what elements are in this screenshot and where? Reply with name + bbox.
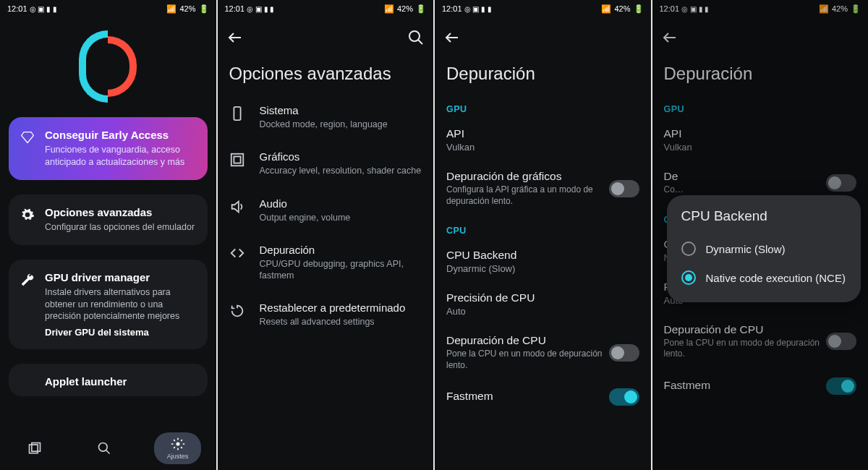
page-title: Opciones avanzadas	[218, 58, 434, 94]
battery-icon: 🔋	[416, 4, 426, 14]
status-indicators: ◎ ▣ ▮ ▮	[247, 5, 274, 13]
battery-icon: 🔋	[199, 4, 209, 14]
app-bar	[218, 17, 434, 58]
card-applet-launcher[interactable]: Applet launcher	[9, 364, 208, 396]
speaker-icon	[229, 199, 245, 215]
svg-point-2	[99, 443, 108, 452]
pref-cpu-precision[interactable]: Precisión de CPUAuto	[435, 283, 651, 325]
svg-rect-10	[231, 154, 243, 166]
section-header-cpu: CPU	[435, 215, 651, 240]
gpu-title: GPU driver manager	[45, 271, 196, 283]
radio-dynarmic[interactable]: Dynarmic (Slow)	[677, 234, 851, 263]
svg-rect-9	[234, 107, 240, 120]
nav-settings[interactable]: Ajustes	[154, 432, 202, 464]
row-title: Audio	[260, 197, 422, 210]
clock-text: 12:01	[442, 4, 462, 13]
section-header-gpu: GPU	[435, 94, 651, 119]
status-bar: 12:01◎ ▣ ▮ ▮ 📶42%🔋	[0, 0, 216, 17]
row-title: Sistema	[260, 104, 422, 116]
card-gpu-driver[interactable]: GPU driver manager Instale drivers alter…	[9, 260, 208, 350]
toggle-switch[interactable]	[609, 388, 639, 406]
gear-icon	[20, 208, 35, 222]
row-audio[interactable]: AudioOutput engine, volume	[218, 187, 434, 234]
row-graficos[interactable]: GráficosAccuracy level, resolution, shad…	[218, 140, 434, 187]
pref-graphics-debug[interactable]: Depuración de gráficosConfigura la API g…	[435, 161, 651, 215]
gpu-strong: Driver GPU del sistema	[45, 327, 196, 338]
nav-search[interactable]	[84, 437, 124, 460]
radio-icon	[681, 242, 696, 256]
pref-value: Auto	[446, 306, 639, 317]
battery-text: 42%	[179, 4, 195, 13]
svg-point-4	[176, 443, 179, 446]
radio-nce[interactable]: Native code execution (NCE)	[677, 263, 851, 292]
svg-line-3	[106, 450, 110, 454]
ea-title: Conseguir Early Access	[45, 129, 196, 141]
back-icon[interactable]	[226, 29, 244, 46]
toggle-switch[interactable]	[609, 344, 639, 362]
row-sistema[interactable]: SistemaDocked mode, region, language	[218, 94, 434, 140]
pref-cpu-debug[interactable]: Depuración de CPUPone la CPU en un modo …	[435, 325, 651, 380]
pref-title: Depuración de gráficos	[446, 170, 609, 183]
pref-api[interactable]: APIVulkan	[435, 119, 651, 161]
back-icon[interactable]	[443, 29, 461, 46]
app-bar	[435, 17, 651, 58]
svg-rect-11	[234, 157, 240, 163]
battery-icon: 🔋	[634, 4, 644, 14]
row-sub: Output engine, volume	[260, 212, 422, 223]
status-indicators: ◎ ▣ ▮ ▮	[464, 5, 492, 13]
row-sub: Resets all advanced settings	[260, 316, 422, 328]
svg-point-7	[409, 31, 420, 41]
radio-label: Dynarmic (Slow)	[706, 243, 786, 255]
pref-fastmem[interactable]: Fastmem	[435, 380, 651, 414]
wrench-icon	[20, 273, 35, 287]
pref-title: CPU Backend	[446, 249, 639, 262]
app-logo	[0, 17, 216, 110]
pref-value: Dynarmic (Slow)	[446, 263, 639, 274]
radio-label: Native code execution (NCE)	[706, 272, 846, 284]
dialog-title: CPU Backend	[677, 208, 851, 224]
row-title: Gráficos	[260, 150, 422, 163]
phone-icon	[229, 106, 245, 121]
restore-icon	[229, 303, 245, 319]
row-sub: Docked mode, region, language	[260, 119, 422, 130]
pref-value: Vulkan	[446, 142, 639, 153]
ea-sub: Funciones de vanguardia, acceso anticipa…	[45, 144, 196, 168]
screen-advanced-options: 12:01◎ ▣ ▮ ▮ 📶42%🔋 Opciones avanzadas Si…	[218, 0, 434, 470]
frame-icon	[229, 152, 245, 168]
toggle-switch[interactable]	[609, 180, 639, 197]
radio-icon	[681, 270, 696, 285]
battery-text: 42%	[614, 4, 630, 13]
diamond-icon	[20, 130, 35, 145]
pref-title: API	[446, 127, 639, 140]
card-advanced-options[interactable]: Opciones avanzadas Configurar las opcion…	[9, 195, 208, 245]
page-title: Depuración	[435, 58, 651, 94]
status-indicators: ◎ ▣ ▮ ▮	[30, 5, 57, 13]
search-icon	[97, 441, 111, 456]
row-sub: CPU/GPU debugging, graphics API, fastmem	[260, 258, 422, 282]
signal-icon: 📶	[166, 4, 176, 14]
pref-sub: Pone la CPU en un modo de depuración len…	[446, 349, 609, 371]
clock-text: 12:01	[225, 4, 245, 13]
status-bar: 12:01◎ ▣ ▮ ▮ 📶42%🔋	[435, 0, 651, 17]
row-title: Depuración	[260, 244, 422, 256]
pref-title: Depuración de CPU	[446, 334, 609, 347]
row-reset[interactable]: Restablecer a predeterminadoResets all a…	[218, 291, 434, 338]
nav-library[interactable]	[14, 437, 55, 460]
battery-text: 42%	[397, 4, 413, 13]
pref-cpu-backend[interactable]: CPU BackendDynarmic (Slow)	[435, 240, 651, 283]
svg-line-8	[418, 40, 422, 44]
code-icon	[229, 245, 245, 261]
status-bar: 12:01◎ ▣ ▮ ▮ 📶42%🔋	[218, 0, 434, 17]
row-title: Restablecer a predeterminado	[260, 302, 422, 314]
row-depuracion[interactable]: DepuraciónCPU/GPU debugging, graphics AP…	[218, 234, 434, 292]
grid-icon	[27, 441, 42, 456]
signal-icon: 📶	[384, 4, 394, 14]
pref-title: Fastmem	[446, 390, 609, 403]
screen-debug: 12:01◎ ▣ ▮ ▮ 📶42%🔋 Depuración GPU APIVul…	[435, 0, 651, 470]
gpu-sub: Instale drivers alternativos para obtene…	[45, 286, 196, 323]
nav-settings-label: Ajustes	[167, 453, 189, 460]
applet-title: Applet launcher	[45, 375, 196, 388]
card-early-access[interactable]: Conseguir Early Access Funciones de vang…	[9, 117, 208, 180]
row-sub: Accuracy level, resolution, shader cache	[260, 165, 422, 176]
search-icon[interactable]	[407, 29, 425, 46]
